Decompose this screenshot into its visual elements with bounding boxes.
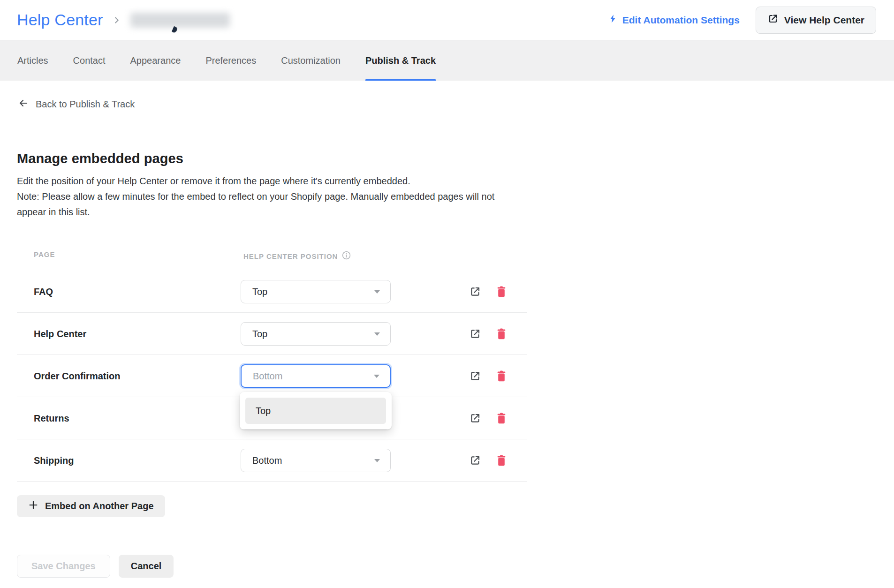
open-page-button[interactable] xyxy=(469,412,481,424)
back-to-publish-track-link[interactable]: Back to Publish & Track xyxy=(18,98,135,111)
delete-embed-button[interactable] xyxy=(495,454,508,467)
position-dropdown-menu: Top xyxy=(240,392,392,430)
table-header-row: PAGE HELP CENTER POSITION xyxy=(17,248,527,271)
column-header-position: HELP CENTER POSITION xyxy=(243,250,351,262)
position-dropdown-help-center[interactable]: Top xyxy=(241,322,391,346)
tab-articles[interactable]: Articles xyxy=(17,40,48,81)
row-actions xyxy=(469,370,508,382)
row-actions xyxy=(469,286,508,298)
store-name-redacted xyxy=(130,13,230,28)
form-actions: Save Changes Cancel xyxy=(17,555,174,578)
tab-publish-track[interactable]: Publish & Track xyxy=(365,40,436,81)
position-dropdown-faq[interactable]: Top xyxy=(241,280,391,303)
dropdown-option-top[interactable]: Top xyxy=(245,398,386,424)
page-name-label: FAQ xyxy=(34,286,53,297)
page-description: Edit the position of your Help Center or… xyxy=(17,173,510,220)
plus-icon xyxy=(28,500,38,513)
delete-embed-button[interactable] xyxy=(495,412,508,424)
caret-down-icon xyxy=(374,459,380,462)
position-dropdown-value: Bottom xyxy=(253,371,282,382)
table-row: Shipping Bottom xyxy=(17,439,527,482)
page-name-label: Help Center xyxy=(34,328,86,339)
edit-automation-settings-label: Edit Automation Settings xyxy=(622,15,740,26)
open-page-button[interactable] xyxy=(469,328,481,340)
arrow-left-icon xyxy=(18,98,29,111)
cancel-button[interactable]: Cancel xyxy=(119,555,174,578)
row-actions xyxy=(469,412,508,424)
caret-down-icon xyxy=(374,290,380,294)
open-page-button[interactable] xyxy=(469,454,481,467)
delete-embed-button[interactable] xyxy=(495,370,508,382)
open-page-button[interactable] xyxy=(469,370,481,382)
edit-automation-settings-link[interactable]: Edit Automation Settings xyxy=(608,13,740,27)
description-note: Note: Please allow a few minutes for the… xyxy=(17,189,510,220)
row-actions xyxy=(469,328,508,340)
table-row: Help Center Top xyxy=(17,313,527,355)
position-dropdown-value: Bottom xyxy=(252,455,282,466)
back-link-label: Back to Publish & Track xyxy=(36,99,135,110)
column-header-page: PAGE xyxy=(34,250,55,258)
info-icon[interactable] xyxy=(341,250,351,262)
embed-another-page-button[interactable]: Embed on Another Page xyxy=(17,495,165,517)
delete-embed-button[interactable] xyxy=(495,328,508,340)
table-row: Order Confirmation Bottom Top xyxy=(17,355,527,397)
save-changes-button[interactable]: Save Changes xyxy=(17,555,110,578)
position-dropdown-value: Top xyxy=(252,329,267,339)
caret-down-icon xyxy=(374,375,379,378)
tab-contact[interactable]: Contact xyxy=(73,40,106,81)
column-header-position-label: HELP CENTER POSITION xyxy=(243,252,338,260)
header: Help Center Edit Automation Settings Vie… xyxy=(0,0,894,40)
embed-another-page-label: Embed on Another Page xyxy=(45,501,154,512)
page-name-label: Returns xyxy=(34,413,69,423)
description-line: Edit the position of your Help Center or… xyxy=(17,173,510,189)
help-center-app-window: Help Center Edit Automation Settings Vie… xyxy=(0,0,894,588)
external-link-icon xyxy=(767,13,779,27)
table-row: FAQ Top xyxy=(17,271,527,313)
embedded-pages-table: PAGE HELP CENTER POSITION FAQ Top xyxy=(17,248,527,482)
tab-bar: Articles Contact Appearance Preferences … xyxy=(0,40,894,81)
page-title: Manage embedded pages xyxy=(17,151,183,166)
position-dropdown-shipping[interactable]: Bottom xyxy=(241,449,391,472)
delete-embed-button[interactable] xyxy=(495,286,508,298)
open-page-button[interactable] xyxy=(469,286,481,298)
tab-appearance[interactable]: Appearance xyxy=(130,40,181,81)
tab-customization[interactable]: Customization xyxy=(281,40,341,81)
page-name-label: Order Confirmation xyxy=(34,370,120,381)
tab-preferences[interactable]: Preferences xyxy=(205,40,256,81)
app-title-link[interactable]: Help Center xyxy=(17,11,103,29)
position-dropdown-value: Top xyxy=(252,286,267,297)
header-actions: Edit Automation Settings View Help Cente… xyxy=(608,7,876,34)
breadcrumb: Help Center xyxy=(17,11,230,29)
page-name-label: Shipping xyxy=(34,455,74,466)
chevron-right-icon xyxy=(112,15,122,25)
caret-down-icon xyxy=(374,332,380,336)
view-help-center-button[interactable]: View Help Center xyxy=(756,7,876,34)
view-help-center-label: View Help Center xyxy=(784,15,864,26)
lightning-icon xyxy=(608,13,618,27)
position-dropdown-order-confirmation[interactable]: Bottom xyxy=(241,364,391,388)
row-actions xyxy=(469,454,508,467)
